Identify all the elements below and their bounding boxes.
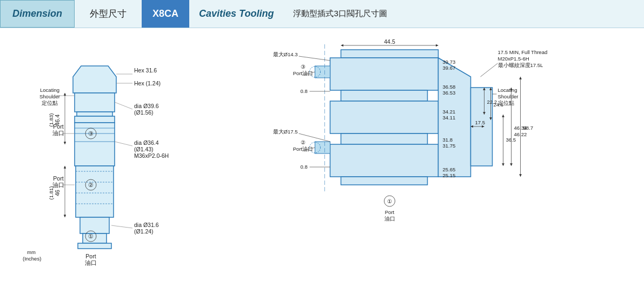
- dim-17-5b: 最大Ø17.5: [273, 129, 298, 135]
- locating-label2: Shoulder: [39, 94, 60, 99]
- port2-num: ②: [88, 182, 94, 188]
- locating-r2: Shoulder: [498, 94, 519, 99]
- header-bar: Dimension 外型尺寸 X8CA Cavities Tooling 浮動型…: [0, 0, 644, 28]
- dim-36-5-label: 36.5: [506, 137, 516, 143]
- svg-rect-23: [341, 177, 428, 185]
- mid-upper: [75, 93, 115, 112]
- locating-r1: Locating: [498, 87, 517, 93]
- svg-line-10: [115, 142, 132, 146]
- dia2b-label: (Ø1.43): [134, 146, 154, 152]
- dim-39-73: 39.73: [443, 59, 456, 65]
- cavities-label: Cavities Tooling: [189, 0, 283, 28]
- port1-label: Port: [85, 253, 96, 259]
- svg-rect-20: [330, 101, 439, 134]
- dia2-label: dia Ø36.4: [134, 139, 159, 146]
- port1-r-num: ①: [387, 198, 392, 204]
- dia1b-label: (Ø1.56): [134, 109, 154, 116]
- svg-rect-26: [315, 66, 330, 78]
- right-svg: 44.5 17.5 MIN, Full Thread M20xP1.5-6H 最…: [227, 34, 633, 282]
- dim-36-58: 36.58: [443, 84, 456, 90]
- svg-rect-21: [341, 134, 428, 144]
- locating-label3: 定位點: [42, 100, 58, 106]
- kanji2-label: 浮動型插式3口閥孔尺寸圖: [283, 0, 396, 28]
- bottom-base: [83, 233, 107, 243]
- right-diagram: 44.5 17.5 MIN, Full Thread M20xP1.5-6H 最…: [227, 34, 633, 282]
- hex-top: [73, 66, 116, 93]
- dia3b-label: (Ø1.24): [134, 228, 154, 235]
- dia2c-label: M36xP2.0-6H: [134, 152, 169, 159]
- mid-ring: [75, 116, 115, 123]
- dim-25-15: 25.15: [443, 172, 456, 178]
- dim-25-65: 25.65: [443, 166, 456, 172]
- bottom-connect: [80, 217, 109, 233]
- svg-line-11: [111, 225, 132, 228]
- dim-top-inch: (1.83): [48, 114, 54, 127]
- hex1-label: Hex 31.6: [134, 67, 157, 74]
- dimension-label: Dimension: [0, 0, 75, 28]
- note2: M20xP1.5-6H: [498, 56, 529, 62]
- thread-section: [76, 166, 114, 217]
- svg-rect-17: [341, 50, 439, 58]
- left-svg: ③ ② ① Hex 31.6 Hex (1.24) dia Ø39.6 (Ø1.…: [11, 34, 211, 282]
- svg-line-9: [115, 102, 132, 109]
- dim-bot-label: 46: [54, 190, 61, 196]
- unit-mm: mm: [27, 249, 36, 255]
- dia3-label: dia Ø31.6: [134, 222, 159, 228]
- dim-34-11: 34.11: [443, 115, 456, 121]
- bottom-flange: [78, 243, 111, 249]
- dim-44-5: 44.5: [384, 38, 395, 45]
- dim-bot-inch: (1.81): [48, 186, 54, 200]
- code-label: X8CA: [142, 0, 189, 28]
- dim-0-8b: 0.8: [301, 164, 308, 170]
- dim-top-label: 46.4: [54, 115, 61, 126]
- dim-58-7-label: 58.7: [523, 125, 534, 131]
- note1: 17.5 MIN, Full Thread: [498, 49, 548, 55]
- dim-24-6-label: 24.6: [494, 102, 504, 108]
- unit-inches: (Inches): [23, 256, 41, 262]
- svg-rect-18: [330, 58, 439, 90]
- port1-r-label: Port: [385, 209, 395, 215]
- dim-31-8: 31.8: [443, 137, 453, 143]
- dim-0-8a: 0.8: [301, 88, 308, 94]
- kanji1-label: 外型尺寸: [75, 0, 142, 28]
- locating-label1: Locating: [40, 87, 59, 93]
- main-body: [75, 123, 115, 166]
- port3-num: ③: [88, 130, 94, 137]
- dia1-label: dia Ø39.6: [134, 103, 159, 109]
- dim-39-67: 39.67: [443, 65, 456, 71]
- groove: [77, 112, 112, 116]
- port3-kanji: 油口: [52, 130, 64, 136]
- svg-line-40: [299, 56, 330, 61]
- svg-rect-22: [330, 144, 439, 177]
- port2-label: Port: [53, 175, 63, 182]
- dim-17-5-label: 17.5: [475, 119, 486, 125]
- dim-14-3: 最大Ø14.3: [273, 51, 298, 57]
- dim-31-75: 31.75: [443, 143, 456, 149]
- dim-34-21: 34.21: [443, 109, 456, 115]
- svg-line-32: [481, 63, 498, 77]
- port3-r-num: ③: [301, 64, 306, 70]
- note3: 最小螺紋深度17.5L: [498, 62, 543, 68]
- hex2-label: Hex (1.24): [134, 80, 161, 86]
- port1-kanji: 油口: [85, 259, 97, 266]
- port2-r-num: ②: [301, 139, 306, 145]
- port1-num: ①: [88, 233, 94, 239]
- main-content: ③ ② ① Hex 31.6 Hex (1.24) dia Ø39.6 (Ø1.…: [0, 28, 644, 287]
- port2-kanji: 油口: [52, 182, 64, 188]
- left-diagram: ③ ② ① Hex 31.6 Hex (1.24) dia Ø39.6 (Ø1.…: [11, 34, 216, 282]
- svg-rect-28: [315, 142, 330, 153]
- dim-36-53: 36.53: [443, 90, 456, 96]
- port1-r-kanji: 油口: [384, 216, 395, 222]
- svg-rect-19: [341, 90, 428, 101]
